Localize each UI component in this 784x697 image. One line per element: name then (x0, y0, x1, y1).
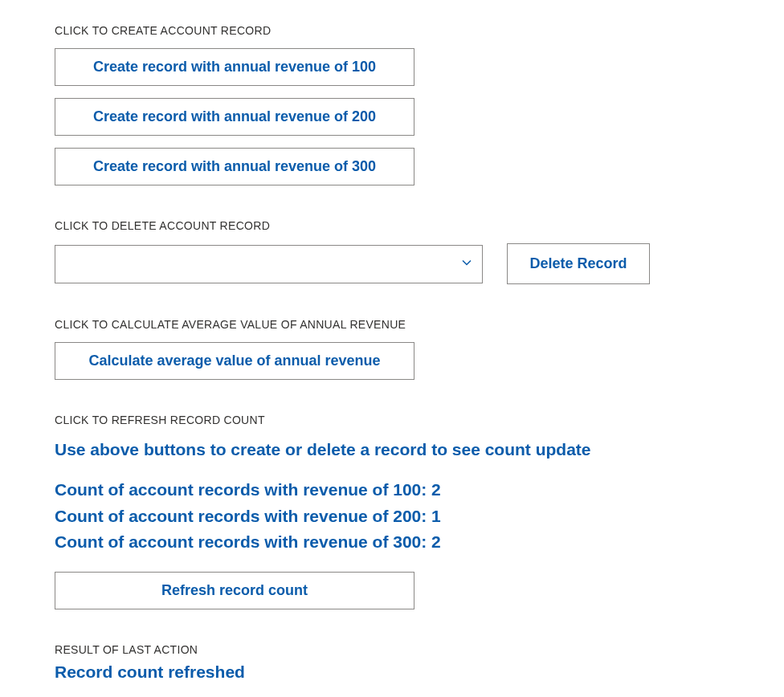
count-100-text: Count of account records with revenue of… (55, 477, 729, 503)
create-record-300-button[interactable]: Create record with annual revenue of 300 (55, 148, 414, 185)
count-200-text: Count of account records with revenue of… (55, 503, 729, 530)
delete-section-label: CLICK TO DELETE ACCOUNT RECORD (55, 219, 729, 232)
create-section-label: CLICK TO CREATE ACCOUNT RECORD (55, 24, 729, 37)
result-section-label: RESULT OF LAST ACTION (55, 643, 729, 656)
calculate-average-button[interactable]: Calculate average value of annual revenu… (55, 342, 414, 380)
count-300-text: Count of account records with revenue of… (55, 529, 729, 556)
result-text: Record count refreshed (55, 662, 729, 682)
create-record-200-button[interactable]: Create record with annual revenue of 200 (55, 98, 414, 136)
refresh-hint-text: Use above buttons to create or delete a … (55, 438, 729, 461)
delete-record-button[interactable]: Delete Record (507, 243, 650, 284)
create-button-group: Create record with annual revenue of 100… (55, 48, 729, 185)
calculate-section-label: CLICK TO CALCULATE AVERAGE VALUE OF ANNU… (55, 318, 729, 331)
delete-row: Delete Record (55, 243, 729, 284)
delete-select-wrapper (55, 245, 483, 283)
refresh-section-label: CLICK TO REFRESH RECORD COUNT (55, 414, 729, 426)
count-group: Count of account records with revenue of… (55, 477, 729, 556)
refresh-count-button[interactable]: Refresh record count (55, 572, 414, 609)
delete-record-select[interactable] (55, 245, 483, 283)
create-record-100-button[interactable]: Create record with annual revenue of 100 (55, 48, 414, 86)
